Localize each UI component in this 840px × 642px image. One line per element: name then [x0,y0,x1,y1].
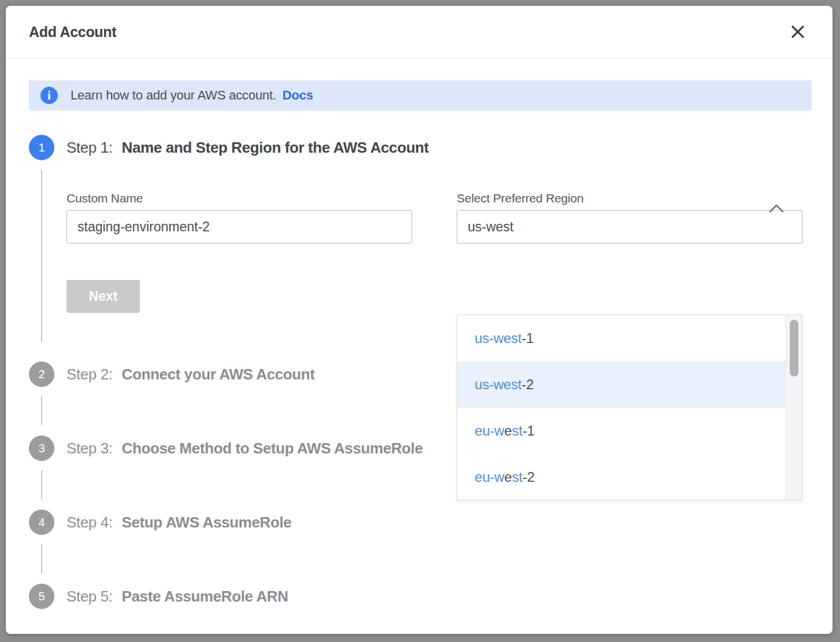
region-option[interactable]: eu-west-1 [457,408,786,454]
step-prefix: Step 1: [66,139,113,156]
step-title: Step 1:Name and Step Region for the AWS … [66,139,429,157]
step-name: Paste AssumeRole ARN [122,588,288,605]
option-text: -2 [521,377,534,393]
step-name: Connect your AWS Account [122,366,315,383]
step-row[interactable]: 4 Step 4:Setup AWS AssumeRole [29,510,812,535]
next-button[interactable]: Next [66,280,140,313]
steps-list: 1 Step 1:Name and Step Region for the AW… [29,135,812,624]
step-title: Step 3:Choose Method to Setup AWS Assume… [66,440,423,457]
close-icon [790,24,805,39]
step-connector [41,396,42,425]
region-select-group: Select Preferred Region us-west us-west-… [457,191,802,313]
step-row[interactable]: 1 Step 1:Name and Step Region for the AW… [29,135,812,160]
step-prefix: Step 2: [66,366,113,383]
custom-name-input[interactable] [66,210,412,243]
step-name: Name and Step Region for the AWS Account [122,139,429,156]
option-text: -1 [521,330,534,346]
page-title: Add Account [29,24,116,40]
step-prefix: Step 5: [66,588,113,605]
step-number: 5 [38,590,45,603]
region-option[interactable]: eu-west-2 [457,454,786,500]
option-text: e [504,423,512,439]
step-number: 2 [38,368,45,381]
option-match-text: eu-w [475,469,504,485]
step-row[interactable]: 5 Step 5:Paste AssumeRole ARN [29,584,812,609]
step-connector [41,544,42,573]
step-name: Choose Method to Setup AWS AssumeRole [122,440,423,457]
custom-name-group: Custom Name Next [66,191,412,313]
chevron-up-icon[interactable] [769,204,784,213]
option-text: -2 [523,469,535,485]
region-dropdown: us-west-1us-west-2eu-west-1eu-west-2 [457,315,802,500]
info-banner-text: Learn how to add your AWS account. [71,88,276,103]
close-button[interactable] [789,23,807,41]
option-match-text: st [512,469,522,485]
step-section-1: 1 Step 1:Name and Step Region for the AW… [29,135,812,361]
step-section: 5 Step 5:Paste AssumeRole ARN [29,584,812,624]
modal-body: i Learn how to add your AWS account. Doc… [6,58,832,624]
region-select-label: Select Preferred Region [457,191,802,205]
step-title: Step 2:Connect your AWS Account [66,366,314,383]
region-option-list: us-west-1us-west-2eu-west-1eu-west-2 [457,315,786,500]
option-text: e [504,469,512,485]
option-match-text: us-west [475,330,521,346]
step-number: 1 [38,141,45,154]
step-circle: 5 [29,584,54,609]
region-select[interactable]: us-west [457,210,802,243]
step-prefix: Step 3: [66,440,113,457]
step-section: 4 Step 4:Setup AWS AssumeRole [29,510,812,584]
region-option[interactable]: us-west-2 [457,361,786,408]
info-icon: i [40,87,58,104]
region-select-value: us-west [468,219,791,235]
option-match-text: st [512,423,522,439]
step-circle: 4 [29,510,54,535]
custom-name-label: Custom Name [66,191,412,205]
step-prefix: Step 4: [66,514,113,531]
docs-link[interactable]: Docs [283,88,313,103]
dropdown-scrollbar-thumb[interactable] [790,320,798,377]
step-title: Step 5:Paste AssumeRole ARN [66,588,288,606]
option-match-text: eu-w [475,423,504,439]
region-option[interactable]: us-west-1 [457,315,786,361]
option-match-text: us-west [475,377,521,393]
add-account-modal: Add Account i Learn how to add your AWS … [6,6,832,634]
step-circle: 2 [29,361,54,387]
option-text: -1 [523,423,535,439]
step-connector [41,470,42,499]
step-name: Setup AWS AssumeRole [122,514,291,531]
step-circle: 1 [29,135,54,160]
modal-header: Add Account [6,6,832,58]
step-title: Step 4:Setup AWS AssumeRole [66,514,291,532]
dropdown-scrollbar-track[interactable] [786,315,802,500]
step1-form: Custom Name Next Select Preferred Region… [66,191,812,313]
step-number: 3 [38,442,45,455]
step-number: 4 [38,516,45,529]
step-circle: 3 [29,436,54,461]
info-banner: i Learn how to add your AWS account. Doc… [29,80,812,110]
step-connector [41,169,42,342]
